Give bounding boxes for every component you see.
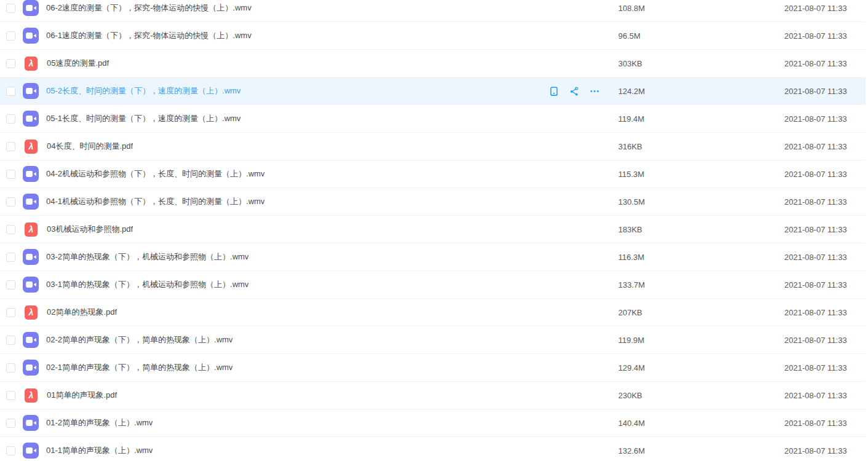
row-checkbox[interactable]	[6, 142, 15, 151]
row-checkbox[interactable]	[6, 225, 15, 234]
file-name-link[interactable]: 01简单的声现象.pdf	[47, 390, 117, 401]
pdf-glyph: λ	[29, 59, 34, 68]
file-name-link[interactable]: 02-1简单的声现象（下），简单的热现象（上）.wmv	[46, 362, 233, 373]
file-modified-date: 2021-08-07 11:33	[784, 363, 868, 372]
file-modified-date: 2021-08-07 11:33	[784, 4, 868, 13]
file-name-link[interactable]: 01-1简单的声现象（上）.wmv	[46, 445, 153, 456]
video-file-icon	[23, 166, 39, 182]
file-name-link[interactable]: 04-2机械运动和参照物（下），长度、时间的测量（上）.wmv	[46, 168, 265, 179]
video-file-icon	[23, 415, 39, 431]
file-row[interactable]: λ 05-2长度、时间的测量（下），速度的测量（上）.wmv	[0, 77, 868, 105]
file-row[interactable]: λ 04-2机械运动和参照物（下），长度、时间的测量（上）.wmv 115.3M…	[0, 160, 868, 188]
file-row[interactable]: λ 04长度、时间的测量.pdf 316KB 2021-08-07 11:33	[0, 133, 868, 160]
file-row[interactable]: λ 06-1速度的测量（下），探究-物体运动的快慢（上）.wmv 96.5M 2…	[0, 22, 868, 50]
share-button[interactable]	[569, 86, 579, 97]
row-checkbox[interactable]	[6, 31, 15, 41]
file-name-link[interactable]: 04-1机械运动和参照物（下），长度、时间的测量（上）.wmv	[46, 196, 265, 207]
video-file-icon	[23, 249, 39, 265]
file-size: 119.9M	[618, 336, 784, 345]
file-name-cell: 06-1速度的测量（下），探究-物体运动的快慢（上）.wmv	[46, 22, 618, 49]
file-name-link[interactable]: 05速度的测量.pdf	[47, 58, 109, 69]
file-row[interactable]: λ 02-1简单的声现象（下），简单的热现象（上）.wmv 129.4M 202…	[0, 354, 868, 382]
pdf-file-icon: λ	[25, 140, 38, 154]
file-name-cell: 02-2简单的声现象（下），简单的热现象（上）.wmv	[46, 326, 618, 353]
row-checkbox[interactable]	[6, 280, 15, 290]
video-file-icon	[23, 194, 39, 210]
file-name-link[interactable]: 04长度、时间的测量.pdf	[47, 141, 133, 152]
row-checkbox[interactable]	[6, 87, 15, 96]
file-size: 115.3M	[618, 170, 784, 179]
pdf-file-icon: λ	[25, 223, 38, 237]
file-size: 130.5M	[618, 197, 784, 207]
send-to-device-button[interactable]	[549, 86, 559, 97]
file-name-cell: 04-1机械运动和参照物（下），长度、时间的测量（上）.wmv	[46, 188, 618, 215]
video-file-icon	[23, 360, 39, 376]
row-checkbox[interactable]	[6, 308, 15, 317]
file-name-link[interactable]: 06-1速度的测量（下），探究-物体运动的快慢（上）.wmv	[46, 30, 252, 41]
file-row[interactable]: λ 01-2简单的声现象（上）.wmv 140.4M 2021-08-07 11…	[0, 409, 868, 437]
file-row[interactable]: λ 06-2速度的测量（下），探究-物体运动的快慢（上）.wmv 108.8M …	[0, 0, 868, 22]
file-row[interactable]: λ 05-1长度、时间的测量（下），速度的测量（上）.wmv 119.4M 20…	[0, 105, 868, 133]
pdf-glyph: λ	[29, 225, 34, 234]
file-size: 183KB	[618, 225, 784, 234]
row-actions	[549, 77, 600, 104]
file-list: λ 06-2速度的测量（下），探究-物体运动的快慢（上）.wmv 108.8M …	[0, 0, 868, 461]
pdf-glyph: λ	[29, 308, 34, 317]
file-row[interactable]: λ 04-1机械运动和参照物（下），长度、时间的测量（上）.wmv 130.5M…	[0, 188, 868, 216]
file-modified-date: 2021-08-07 11:33	[784, 336, 868, 345]
file-name-cell: 06-2速度的测量（下），探究-物体运动的快慢（上）.wmv	[46, 0, 618, 22]
file-row[interactable]: λ 02-2简单的声现象（下），简单的热现象（上）.wmv 119.9M 202…	[0, 326, 868, 354]
file-size: 230KB	[618, 391, 784, 400]
file-modified-date: 2021-08-07 11:33	[784, 31, 868, 41]
row-checkbox[interactable]	[6, 170, 15, 179]
file-name-cell: 05-2长度、时间的测量（下），速度的测量（上）.wmv	[46, 77, 618, 104]
file-modified-date: 2021-08-07 11:33	[784, 446, 868, 455]
pdf-glyph: λ	[29, 142, 34, 151]
file-name-cell: 01-1简单的声现象（上）.wmv	[46, 437, 618, 461]
file-row[interactable]: λ 03机械运动和参照物.pdf 183KB 2021-08-07 11:33	[0, 216, 868, 243]
file-name-cell: 03-1简单的热现象（下），机械运动和参照物（上）.wmv	[46, 271, 618, 298]
file-name-cell: 04-2机械运动和参照物（下），长度、时间的测量（上）.wmv	[46, 160, 618, 187]
file-name-link[interactable]: 05-1长度、时间的测量（下），速度的测量（上）.wmv	[46, 113, 241, 124]
row-checkbox[interactable]	[6, 59, 15, 68]
row-checkbox[interactable]	[6, 253, 15, 262]
row-checkbox[interactable]	[6, 363, 15, 372]
file-name-cell: 01-2简单的声现象（上）.wmv	[46, 409, 618, 436]
file-row[interactable]: λ 01-1简单的声现象（上）.wmv 132.6M 2021-08-07 11…	[0, 437, 868, 461]
row-checkbox[interactable]	[6, 391, 15, 400]
file-row[interactable]: λ 03-1简单的热现象（下），机械运动和参照物（上）.wmv 133.7M 2…	[0, 271, 868, 299]
file-name-link[interactable]: 02-2简单的声现象（下），简单的热现象（上）.wmv	[46, 334, 233, 345]
row-checkbox[interactable]	[6, 197, 15, 207]
more-button[interactable]	[589, 86, 600, 97]
pdf-glyph: λ	[29, 391, 34, 400]
video-file-icon	[23, 111, 39, 127]
file-size: 316KB	[618, 142, 784, 151]
file-name-link[interactable]: 03-1简单的热现象（下），机械运动和参照物（上）.wmv	[46, 279, 249, 290]
share-icon	[569, 86, 579, 97]
file-row[interactable]: λ 05速度的测量.pdf 303KB 2021-08-07 11:33	[0, 50, 868, 77]
file-name-cell: 03机械运动和参照物.pdf	[47, 216, 618, 243]
row-checkbox[interactable]	[6, 446, 15, 455]
more-dots-icon	[589, 86, 600, 97]
file-name-link[interactable]: 02简单的热现象.pdf	[47, 307, 117, 318]
scrollbar-track[interactable]	[866, 0, 868, 461]
file-modified-date: 2021-08-07 11:33	[784, 253, 868, 262]
file-size: 119.4M	[618, 114, 784, 124]
file-size: 108.8M	[618, 4, 784, 13]
file-size: 207KB	[618, 308, 784, 317]
file-name-link[interactable]: 05-2长度、时间的测量（下），速度的测量（上）.wmv	[46, 85, 241, 97]
file-size: 124.2M	[618, 87, 784, 96]
file-name-link[interactable]: 06-2速度的测量（下），探究-物体运动的快慢（上）.wmv	[46, 2, 252, 14]
row-checkbox[interactable]	[6, 336, 15, 345]
file-row[interactable]: λ 01简单的声现象.pdf 230KB 2021-08-07 11:33	[0, 382, 868, 409]
file-modified-date: 2021-08-07 11:33	[784, 170, 868, 179]
file-size: 129.4M	[618, 363, 784, 372]
row-checkbox[interactable]	[6, 419, 15, 428]
file-name-link[interactable]: 01-2简单的声现象（上）.wmv	[46, 417, 153, 428]
file-row[interactable]: λ 02简单的热现象.pdf 207KB 2021-08-07 11:33	[0, 299, 868, 326]
row-checkbox[interactable]	[6, 114, 15, 124]
file-row[interactable]: λ 03-2简单的热现象（下），机械运动和参照物（上）.wmv 116.3M 2…	[0, 243, 868, 271]
file-name-link[interactable]: 03机械运动和参照物.pdf	[47, 224, 133, 235]
file-name-link[interactable]: 03-2简单的热现象（下），机械运动和参照物（上）.wmv	[46, 251, 249, 262]
row-checkbox[interactable]	[6, 4, 15, 13]
